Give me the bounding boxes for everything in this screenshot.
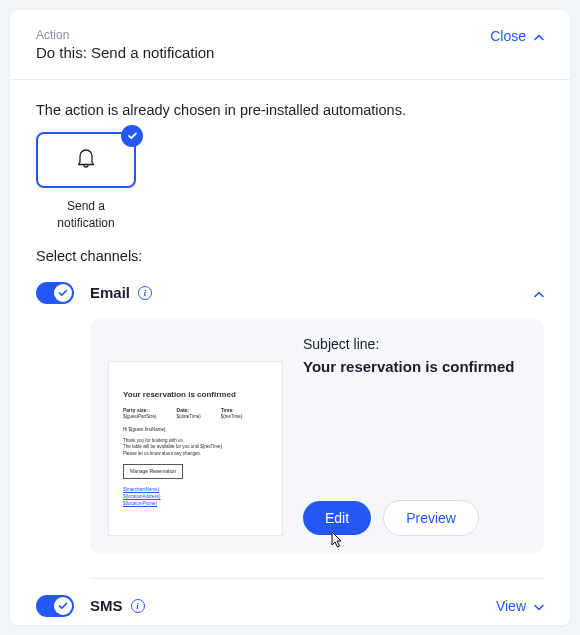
channel-row-sms: SMS i View — [36, 595, 544, 617]
channel-left-sms: SMS i — [36, 595, 145, 617]
email-toggle[interactable] — [36, 282, 74, 304]
channel-label-sms: SMS — [90, 597, 123, 614]
info-icon[interactable]: i — [131, 599, 145, 613]
channel-name-email: Email i — [90, 284, 152, 301]
header-eyebrow: Action — [36, 28, 214, 42]
chevron-down-icon — [534, 598, 544, 614]
header-title: Do this: Send a notification — [36, 44, 214, 61]
toggle-knob — [54, 597, 72, 615]
edit-button[interactable]: Edit — [303, 501, 371, 535]
cursor-icon — [329, 531, 345, 549]
info-icon[interactable]: i — [138, 286, 152, 300]
thumb-footer: ${merchantName} ${locationAddress} ${loc… — [123, 487, 268, 507]
email-panel-actions: Edit Preview — [303, 500, 526, 536]
action-tile[interactable]: Send a notification — [36, 132, 136, 232]
channel-name-sms: SMS i — [90, 597, 145, 614]
action-card: Action Do this: Send a notification Clos… — [10, 10, 570, 625]
email-panel: Your reservation is confirmed Party size… — [90, 318, 544, 554]
subject-label: Subject line: — [303, 336, 526, 352]
header-title-block: Action Do this: Send a notification — [36, 28, 214, 61]
channel-row-email: Email i — [36, 282, 544, 304]
thumb-meta-row: Party size:${guestPartSize} Date:${dateT… — [123, 407, 268, 421]
close-label: Close — [490, 28, 526, 44]
channel-label-email: Email — [90, 284, 130, 301]
sms-view-button[interactable]: View — [496, 598, 544, 614]
preview-button[interactable]: Preview — [383, 500, 479, 536]
checkmark-icon — [58, 289, 68, 297]
email-panel-right: Subject line: Your reservation is confir… — [303, 336, 526, 536]
close-button[interactable]: Close — [490, 28, 544, 44]
thumb-content: Your reservation is confirmed Party size… — [123, 389, 268, 508]
subject-value: Your reservation is confirmed — [303, 358, 526, 375]
toggle-knob — [54, 284, 72, 302]
chevron-up-icon — [534, 28, 544, 44]
thumb-manage-button: Manage Reservation — [123, 464, 183, 480]
action-tile-label-line1: Send a — [67, 199, 105, 213]
checkmark-icon — [58, 602, 68, 610]
intro-text: The action is already chosen in pre-inst… — [36, 102, 544, 118]
action-tile-label: Send a notification — [36, 198, 136, 232]
bell-icon — [74, 146, 98, 174]
email-preview-thumbnail[interactable]: Your reservation is confirmed Party size… — [108, 361, 283, 536]
action-tile-box — [36, 132, 136, 188]
chevron-up-icon[interactable] — [534, 284, 544, 302]
select-channels-label: Select channels: — [36, 248, 544, 264]
thumb-title: Your reservation is confirmed — [123, 389, 268, 401]
view-label: View — [496, 598, 526, 614]
edit-button-label: Edit — [325, 510, 349, 526]
divider — [90, 578, 544, 579]
card-content: The action is already chosen in pre-inst… — [10, 80, 570, 617]
card-header: Action Do this: Send a notification Clos… — [10, 10, 570, 80]
channel-left-email: Email i — [36, 282, 152, 304]
sms-toggle[interactable] — [36, 595, 74, 617]
checkmark-badge-icon — [121, 125, 143, 147]
action-tile-label-line2: notification — [57, 216, 114, 230]
